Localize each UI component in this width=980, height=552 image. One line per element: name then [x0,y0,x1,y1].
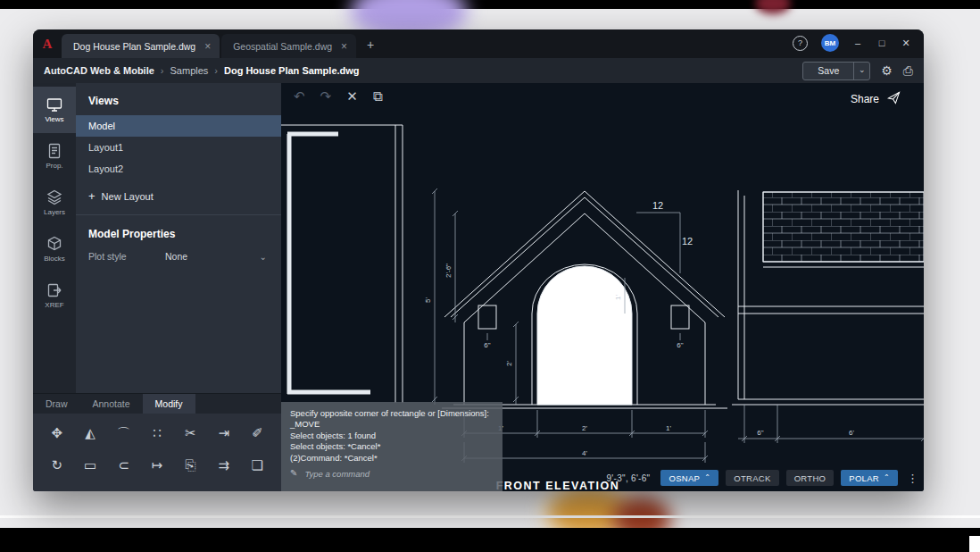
layout-item-model[interactable]: Model [76,115,281,137]
letterbox-bottom [0,528,980,552]
layout-item-layout2[interactable]: Layout2 [76,158,281,180]
breadcrumb-samples[interactable]: Samples [170,65,209,76]
explode-tool-icon[interactable]: ❏ [245,455,269,476]
new-layout-label: New Layout [102,191,154,202]
osnap-toggle[interactable]: OSNAP ⌃ [660,470,718,486]
new-layout-button[interactable]: + New Layout [76,180,281,213]
command-history-line: Specify opposite corner of rectangle or … [290,408,494,419]
rectangle-tool-icon[interactable]: ▭ [79,455,102,476]
stretch-tool-icon[interactable]: ↦ [145,455,169,476]
sidebar-item-properties[interactable]: Prop. [33,133,76,180]
plot-style-select[interactable]: None ⌄ [165,251,267,262]
plot-style-row: Plot style None ⌄ [76,251,281,262]
toggle-label: ORTHO [794,473,826,483]
zoom-window-icon[interactable]: ⧉ [373,88,383,105]
sidebar-item-label: Layers [44,208,65,216]
tab-dog-house-plan[interactable]: Dog House Plan Sample.dwg × [62,34,220,58]
measure-icon[interactable]: ✕ [346,88,358,105]
copy-tool-icon[interactable]: ⎘ [179,455,202,476]
save-button[interactable]: Save [803,63,853,79]
share-button[interactable]: Share [851,91,901,107]
tab-label: Dog House Plan Sample.dwg [73,41,195,52]
cursor-coordinates: 9'-3", 6'-6" [606,473,650,483]
polar-toggle[interactable]: POLAR ⌃ [841,470,898,486]
breadcrumb-home[interactable]: AutoCAD Web & Mobile [44,65,154,76]
modify-tool-grid: ✥ ◭ ⌒ ∷ ✂ ⇥ ✐ ↻ ▭ ⊂ ↦ ⎘ ⇉ ❏ [33,414,281,476]
ortho-toggle[interactable]: ORTHO [786,470,835,486]
tab-close-icon[interactable]: × [204,42,211,51]
minimize-button[interactable]: – [852,38,863,48]
paper-plane-icon [887,91,901,107]
trim-tool-icon[interactable]: ✂ [179,422,202,444]
title-bar: A Dog House Plan Sample.dwg × Geospatial… [33,29,924,58]
decor-corner-notch [969,536,980,552]
sidebar-item-xref[interactable]: XREF [33,272,76,319]
dim-eave-left: 6" [484,341,490,349]
document-icon [46,143,62,159]
rotate-tool-icon[interactable]: ↻ [46,455,69,476]
monitor-icon [46,96,62,113]
array-tool-icon[interactable]: ∷ [145,422,169,444]
command-line-panel: Specify opposite corner of rectangle or … [281,402,502,491]
help-icon[interactable]: ? [793,36,808,51]
tools-panel: Draw Annotate Modify ✥ ◭ ⌒ ∷ ✂ ⇥ ✐ ↻ ▭ ⊂… [33,393,281,491]
chevron-up-icon[interactable]: ⌃ [884,474,890,481]
sidebar-item-views[interactable]: Views [33,87,76,133]
left-nav-rail: Views Prop. Layers [33,83,76,393]
chevron-up-icon[interactable]: ⌃ [704,474,710,481]
command-input[interactable] [303,468,467,480]
avatar[interactable]: BM [821,34,839,52]
save-split-button: Save ⌄ [802,62,870,80]
maximize-button[interactable]: □ [876,38,887,48]
breadcrumb-separator: › [161,65,164,76]
gear-icon[interactable]: ⚙ [881,63,893,78]
sidebar-item-blocks[interactable]: Blocks [33,226,76,272]
toggle-label: POLAR [849,473,879,483]
tab-annotate[interactable]: Annotate [80,394,143,414]
kebab-menu-icon[interactable]: ⋮ [907,472,918,485]
dim-base-total: 4' [582,449,587,457]
toggle-label: OSNAP [669,473,700,483]
canvas-toolbar: ↶ ↷ ✕ ⧉ [294,88,382,105]
tab-geospatial-sample[interactable]: Geospatial Sample.dwg × [221,34,356,58]
command-prompt-icon: ✎ [290,468,297,479]
arc-tool-icon[interactable]: ⊂ [112,455,136,476]
tab-draw[interactable]: Draw [33,394,80,414]
sidebar-item-layers[interactable]: Layers [33,180,76,226]
breadcrumb: AutoCAD Web & Mobile › Samples › Dog Hou… [33,58,924,83]
sidebar-item-label: Prop. [46,162,62,170]
close-button[interactable]: ✕ [901,38,911,49]
status-bar: 9'-3", 6'-6" OSNAP ⌃ OTRACK ORTHO POLAR … [606,470,918,486]
otrack-toggle[interactable]: OTRACK [726,470,778,486]
tab-modify[interactable]: Modify [143,394,195,414]
dim-left-total: 5' [424,297,432,303]
erase-tool-icon[interactable]: ✐ [245,422,269,444]
model-properties-title: Model Properties [76,215,281,251]
command-history-line: (2)Command: *Cancel* [290,453,494,464]
print-icon[interactable]: ⎙ [903,63,913,79]
views-panel: Views Model Layout1 Layout2 + New Layout… [76,83,281,393]
undo-icon[interactable]: ↶ [294,88,305,105]
decor-table-edge [0,515,980,518]
mirror-tool-icon[interactable]: ◭ [79,422,102,444]
dim-door-height: 2' [505,361,513,366]
redo-icon[interactable]: ↷ [320,88,332,105]
dim-eave-right: 6" [677,341,683,349]
plus-icon: + [88,189,96,203]
dim-slope-run: 12 [652,200,663,211]
move-tool-icon[interactable]: ✥ [46,422,69,444]
cube-icon [46,236,62,252]
plot-style-value: None [165,251,187,262]
align-tool-icon[interactable]: ⇉ [212,455,236,476]
dim-side-eave: 6" [757,429,763,437]
drawing-canvas[interactable]: ↶ ↷ ✕ ⧉ Share [281,83,924,491]
fillet-tool-icon[interactable]: ⌒ [112,422,136,444]
tab-close-icon[interactable]: × [341,42,347,51]
layout-item-layout1[interactable]: Layout1 [76,137,281,158]
breadcrumb-current-file: Dog House Plan Sample.dwg [224,65,360,76]
new-tab-button[interactable]: + [367,38,374,52]
extend-tool-icon[interactable]: ⇥ [212,422,236,444]
save-dropdown-icon[interactable]: ⌄ [853,63,869,79]
dim-side-width: 6' [849,429,854,437]
command-history-line: Select objects: 1 found [290,431,494,441]
